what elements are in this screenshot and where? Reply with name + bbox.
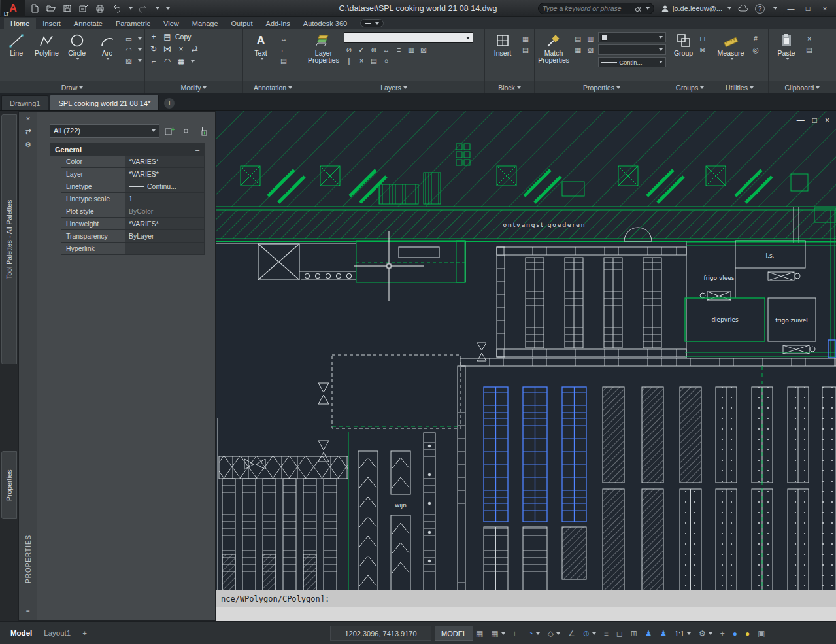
file-tab-spl-cooking-world[interactable]: SPL cooking world 21 08 14* [50,95,159,110]
selection-cycling-button[interactable]: ⊞ [627,626,641,641]
help-button[interactable]: ? [755,4,765,14]
group-edit-icon[interactable]: ⊠ [697,44,708,54]
property-row-linetype-scale[interactable]: Linetype scale 1 [61,193,205,205]
layer-prev-icon[interactable]: ○ [381,56,392,65]
help-search-box[interactable] [538,3,654,14]
hatch-chevron-icon[interactable] [138,59,142,62]
dimension-tool-icon[interactable]: ↔ [278,33,289,43]
quick-select-button[interactable] [196,125,209,137]
window-close-button[interactable]: × [818,3,832,14]
hatched-racks[interactable] [603,387,701,590]
ungroup-icon[interactable]: ⊟ [697,33,708,43]
new-layout-button[interactable]: + [82,629,87,637]
palette-close-icon[interactable]: × [19,112,37,125]
isometric-drafting-button[interactable]: ◇ [544,626,564,641]
left-rooms[interactable] [216,241,465,282]
workspace-switching-button[interactable]: ⚙ [695,626,716,641]
layer-check-icon[interactable]: ✓ [356,44,367,54]
sidebar-tab-properties[interactable]: Properties [1,451,17,519]
copy-label[interactable]: Copy [175,33,192,41]
staging-zone[interactable] [332,355,461,590]
palette-title-strip[interactable]: × ⇄ ⚙ PROPERTIES ≡ [19,112,37,620]
layer-state-icon[interactable]: ≡ [393,44,404,54]
command-input-line[interactable] [216,607,836,621]
layer-lock-icon[interactable]: ▧ [418,44,429,54]
dotted-racks[interactable] [716,366,836,590]
save-as-button[interactable] [78,3,90,14]
insert-button[interactable]: Insert [488,31,518,80]
search-scope-chevron-icon[interactable] [646,7,650,10]
ribbon-tab-addins[interactable]: Add-ins [259,18,297,29]
drawing-minimize-button[interactable]: — [797,116,805,124]
panel-label-layers[interactable]: Layers [303,81,484,93]
layer-walk-icon[interactable]: ∥ [344,56,354,65]
property-row-lineweight[interactable]: Lineweight *VARIES* [61,218,205,230]
text-button[interactable]: A Text [246,31,276,80]
polar-tracking-button[interactable]: ◔ [524,626,543,641]
isolate-objects-button[interactable]: ● [741,626,754,641]
erase-icon[interactable]: × [175,43,187,54]
receiving-strip[interactable]: ontvangst goederen [216,207,836,243]
autocad-logo[interactable]: A LT [1,0,25,17]
property-row-color[interactable]: Color *VARIES* [61,156,205,168]
select-objects-button[interactable] [180,125,192,137]
layer-select-dropdown[interactable] [344,32,473,43]
window-restore-button[interactable]: □ [801,3,815,14]
panel-label-groups[interactable]: Groups [669,81,711,93]
property-row-layer[interactable]: Layer *VARIES* [61,168,205,180]
sidebar-tab-tool-palettes[interactable]: Tool Palettes - All Palettes [1,114,17,364]
line-button[interactable]: Line [3,31,30,80]
leader-tool-icon[interactable]: ⌐ [278,44,289,54]
redo-history-chevron-icon[interactable] [156,7,159,10]
ribbon-tab-view[interactable]: View [157,18,186,29]
panel-label-annotation[interactable]: Annotation [243,81,303,93]
mirror-icon[interactable]: ⋈ [161,43,173,54]
rectangle-tool-icon[interactable]: ▭ [124,33,134,43]
edit-block-icon[interactable]: ▤ [520,44,531,54]
layout1-tab[interactable]: Layout1 [44,629,71,637]
rectangle-chevron-icon[interactable] [138,37,142,40]
trim-icon[interactable]: ⌐ [148,56,159,67]
toggle-pickadd-button[interactable] [163,125,176,137]
graphics-performance-button[interactable]: ● [729,626,741,641]
save-button[interactable] [61,3,73,14]
rack-continuations[interactable] [484,527,586,590]
layer-match-icon[interactable]: ↔ [381,44,392,54]
selection-filter-dropdown[interactable]: All (722) [50,124,159,138]
ribbon-tab-annotate[interactable]: Annotate [67,18,109,29]
object-snap-tracking-button[interactable]: ∠ [564,626,579,641]
paste-split-chevron-icon[interactable] [786,58,790,60]
create-block-icon[interactable]: ▦ [520,33,531,43]
modify-more-chevron-icon[interactable] [191,60,195,63]
autodesk360-sync-icon[interactable] [738,5,748,12]
wine-racks[interactable]: wijn [358,433,435,590]
annotation-scale-button[interactable]: 1:1 [671,626,695,641]
quick-calc-icon[interactable]: ◎ [750,44,761,54]
panel-label-utilities[interactable]: Utilities [711,81,768,93]
lineweight-display-button[interactable]: ≡ [600,626,612,641]
table-tool-icon[interactable]: ▤ [278,56,289,65]
panel-label-draw[interactable]: Draw [0,81,144,93]
drawing-close-button[interactable]: × [825,116,829,124]
ribbon-tab-insert[interactable]: Insert [36,18,67,29]
array-icon[interactable]: ▦ [175,56,187,67]
new-drawing-tab-button[interactable]: + [164,98,175,109]
model-space-button[interactable]: MODEL [435,626,473,641]
copy-clip-icon[interactable]: ▤ [804,44,814,54]
window-minimize-button[interactable]: — [784,3,798,14]
search-binoculars-icon[interactable] [635,5,641,12]
user-menu-chevron-icon[interactable] [727,7,731,10]
match-properties-button[interactable]: Match Properties [537,31,570,80]
selected-racks[interactable] [484,387,586,522]
layer-off-icon[interactable]: ⊘ [344,44,354,54]
search-input[interactable] [543,5,632,12]
ribbon-tab-home[interactable]: Home [4,18,36,29]
object-snap-button[interactable]: ⊕ [579,626,600,641]
ribbon-tab-parametric[interactable]: Parametric [109,18,157,29]
drawing-canvas[interactable]: — □ × [216,111,836,590]
object-color-dropdown[interactable] [598,32,666,42]
transparency-display-button[interactable]: ◻ [612,626,627,641]
arc-split-chevron-icon[interactable] [106,58,110,60]
panel-label-properties[interactable]: Properties [535,81,669,93]
layer-properties-button[interactable]: Layer Properties [306,31,341,80]
